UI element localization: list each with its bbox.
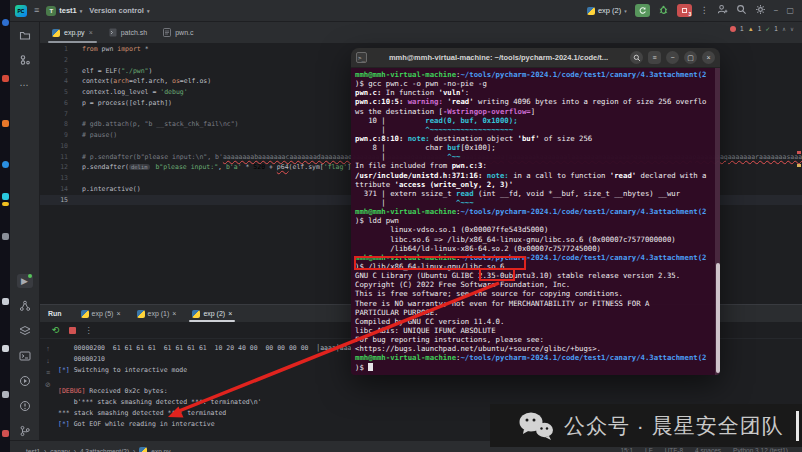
- running-indicator-dot: [28, 274, 32, 278]
- toolwindow-python-console[interactable]: [17, 374, 33, 388]
- bug-icon: [658, 4, 669, 15]
- search-icon: [736, 4, 747, 15]
- breadcrumb-item[interactable]: canary: [50, 448, 70, 452]
- terminal-titlebar[interactable]: >_ mmh@mmh-virtual-machine: ~/tools/pych…: [351, 48, 720, 68]
- main-menu-icon[interactable]: ≡: [34, 6, 39, 15]
- tab-patch-sh[interactable]: patch.sh: [101, 22, 155, 43]
- run-tab-exp2[interactable]: exp (2) ×: [185, 305, 239, 322]
- gnome-terminal-window[interactable]: >_ mmh@mmh-virtual-machine: ~/tools/pych…: [351, 48, 720, 375]
- inspections-widget[interactable]: 1 ▲ 1 ✓ 1 ∧ ∨: [730, 25, 794, 32]
- wechat-icon: [518, 411, 554, 441]
- tab-pwn-c[interactable]: pwn.c: [155, 22, 201, 43]
- settings-button[interactable]: [755, 4, 766, 17]
- toolwindow-bar: ⋯ ▶: [10, 22, 40, 440]
- terminal-menu-button[interactable]: ≡: [648, 51, 661, 64]
- layers-icon: [19, 325, 31, 337]
- line-number: 1: [40, 44, 68, 55]
- rerun-button[interactable]: [635, 4, 650, 17]
- chevron-down-icon: ▾: [147, 8, 150, 14]
- watermark-text: 公众号 · 晨星安全团队: [564, 412, 784, 440]
- scroll-up-icon[interactable]: ↑: [46, 345, 50, 352]
- toolwindow-run[interactable]: ▶: [17, 274, 33, 288]
- vcs-widget[interactable]: Version control ▾: [89, 6, 149, 15]
- version-control-icon: [19, 300, 31, 312]
- line-number: 4: [40, 76, 68, 87]
- output-line: 8 | char buf[0x100];: [355, 143, 720, 152]
- stop-button[interactable]: 3: [677, 4, 692, 17]
- interpreter-widget[interactable]: Python 3.12 (test1): [733, 447, 788, 452]
- toolwindow-services[interactable]: [17, 324, 33, 338]
- search-everywhere-button[interactable]: [736, 4, 747, 17]
- stop-icon: [682, 8, 687, 13]
- output-line: 10 | read(0, buf, 0x1000);: [355, 116, 720, 125]
- indent-widget[interactable]: 4 spaces: [695, 447, 721, 452]
- breadcrumb-item[interactable]: test1: [26, 448, 40, 452]
- toolwindow-problems[interactable]: [17, 399, 33, 413]
- toolwindow-more[interactable]: ⋯: [17, 78, 33, 92]
- close-icon[interactable]: ×: [228, 310, 232, 317]
- run-tab-exp1[interactable]: exp (1) ×: [130, 305, 184, 322]
- minimize-window-button[interactable]: −: [774, 6, 779, 15]
- toolwindow-git-branch[interactable]: [17, 424, 33, 438]
- run-tab-exp5[interactable]: exp (5) ×: [74, 305, 128, 322]
- toolwindow-terminal[interactable]: [17, 349, 33, 363]
- output-line: mmh@mmh-virtual-machine:~/tools/pycharm-…: [355, 253, 720, 262]
- soft-wrap-icon[interactable]: ≡: [46, 369, 50, 376]
- scrollbar-thumb[interactable]: [716, 263, 720, 373]
- next-problem-icon[interactable]: ∨: [790, 26, 794, 32]
- code-with-me-button[interactable]: [717, 4, 728, 17]
- cursor-position-widget[interactable]: 15:1: [620, 447, 633, 452]
- close-icon[interactable]: ×: [89, 29, 93, 36]
- breadcrumb[interactable]: test1 › canary › 4.3attachment(2) › exp.…: [10, 447, 170, 452]
- tab-exp-py[interactable]: exp.py ×: [44, 22, 101, 43]
- debug-button[interactable]: [658, 4, 669, 17]
- toolwindow-vcs[interactable]: [17, 299, 33, 313]
- scroll-down-icon[interactable]: ↓: [46, 357, 50, 364]
- output-line: For bug reporting instructions, please s…: [355, 335, 720, 344]
- output-line: mmh@mmh-virtual-machine:~/tools/pycharm-…: [355, 207, 720, 216]
- terminal-search-button[interactable]: [630, 51, 643, 64]
- encoding-widget[interactable]: UTF-8: [665, 447, 683, 452]
- close-icon[interactable]: ×: [172, 310, 176, 317]
- line-number: 7: [40, 109, 68, 120]
- pycharm-logo: PC: [15, 5, 27, 17]
- line-number: 8: [40, 119, 68, 130]
- error-stripe-mark: [797, 151, 801, 154]
- toolwindow-project[interactable]: [17, 28, 33, 42]
- python-icon: [52, 29, 60, 37]
- line-number: 5: [40, 87, 68, 98]
- python-icon: [139, 447, 147, 452]
- dock-icon: [2, 233, 9, 240]
- run-config-selector[interactable]: exp (2) ▾: [587, 6, 627, 15]
- c-file-icon: [163, 28, 171, 37]
- close-icon[interactable]: ×: [116, 310, 120, 317]
- breadcrumb-separator: ›: [44, 448, 46, 452]
- stop-icon[interactable]: [69, 327, 76, 334]
- toolwindow-commit[interactable]: [17, 53, 33, 67]
- clear-console-icon[interactable]: ⊘: [45, 381, 51, 389]
- dock-icon: [2, 391, 9, 398]
- output-line: /usr/include/unistd.h:371:16: note: in a…: [355, 171, 720, 180]
- dock-icon: [2, 161, 9, 168]
- output-line: linux-vdso.so.1 (0x00007ffe543d5000): [355, 225, 720, 234]
- shell-file-icon: [109, 28, 117, 37]
- maximize-window-button[interactable]: ▢: [786, 6, 794, 15]
- breadcrumb-item[interactable]: 4.3attachment(2): [80, 448, 129, 452]
- prev-problem-icon[interactable]: ∧: [782, 26, 786, 32]
- output-line: pwn.c:10:5: warning: 'read' writing 4096…: [355, 97, 720, 106]
- more-actions-icon[interactable]: ⋮: [85, 326, 93, 335]
- line-ending-widget[interactable]: LF: [645, 447, 653, 452]
- editor-tabbar: exp.py × patch.sh pwn.c: [40, 22, 802, 44]
- error-count: 1: [740, 25, 744, 32]
- terminal-output[interactable]: mmh@mmh-virtual-machine:~/tools/pycharm-…: [351, 68, 720, 375]
- project-selector[interactable]: T test1 ▾: [46, 6, 82, 16]
- terminal-minimize-button[interactable]: −: [666, 51, 679, 64]
- terminal-close-button[interactable]: ×: [702, 51, 715, 64]
- breadcrumb-item[interactable]: exp.py: [151, 448, 170, 452]
- terminal-scrollbar[interactable]: [715, 68, 720, 375]
- more-actions-icon[interactable]: ⋮: [700, 6, 709, 15]
- rerun-icon[interactable]: ⟲: [52, 325, 60, 335]
- terminal-maximize-button[interactable]: ▢: [684, 51, 697, 64]
- editor-error-stripe[interactable]: [797, 44, 801, 304]
- rerun-icon: [638, 6, 647, 15]
